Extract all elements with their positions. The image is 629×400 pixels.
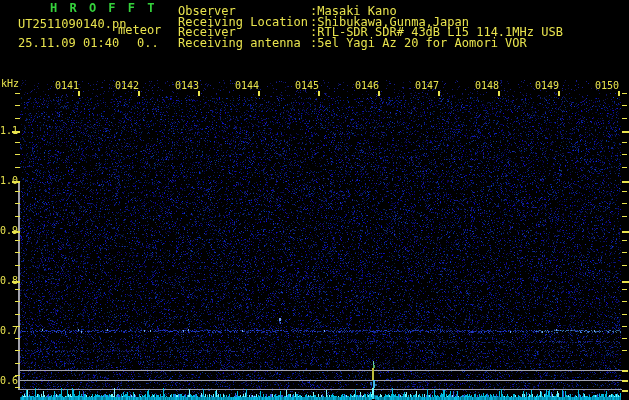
station-info: Observer:Masaki KanoReceiving Location:S… [178,6,563,48]
freq-axis-unit: kHz [1,79,19,89]
time-tick-label: 0149 [529,81,559,91]
time-tick-label: 0141 [49,81,79,91]
info-row: Receiving antenna:5el Yagi Az 20 for Aom… [178,38,563,49]
time-tick-label: 0148 [469,81,499,91]
freq-tick-label: 1.0 [0,176,20,186]
info-label: Receiving antenna [178,38,310,49]
freq-tick-label: 1.1 [0,126,20,136]
time-tick-label: 0142 [109,81,139,91]
time-tick-label: 0145 [289,81,319,91]
freq-tick-label: 0.7 [0,326,20,336]
hrofft-output-screen: H R O F F T UT2511090140.pn meteor 25.11… [0,0,629,400]
freq-tick-label: 0.8 [0,276,20,286]
spectrogram-canvas [0,0,629,400]
time-tick-label: 0143 [169,81,199,91]
echo-count: 0.. [137,38,159,49]
observation-datetime: 25.11.09 01:40 [18,38,119,49]
info-value: 5el Yagi Az 20 for Aomori VOR [317,38,527,49]
freq-tick-label: 0.6 [0,376,20,386]
time-tick-label: 0147 [409,81,439,91]
freq-tick-label: 0.9 [0,226,20,236]
time-tick-label: 0144 [229,81,259,91]
info-separator: : [310,38,317,49]
time-tick-label: 0150 [589,81,619,91]
time-tick-label: 0146 [349,81,379,91]
observation-note: meteor [118,25,161,36]
app-title: H R O F F T [50,2,157,15]
output-filename: UT2511090140.pn [18,19,126,30]
